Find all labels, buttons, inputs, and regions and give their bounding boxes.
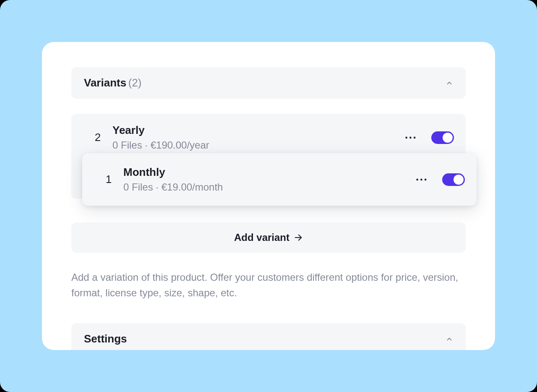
settings-section-header[interactable]: Settings bbox=[71, 323, 466, 350]
variant-row-yearly[interactable]: 2 Yearly 0 Files · €190.00/year ··· bbox=[71, 114, 466, 152]
variant-order-num: 2 bbox=[83, 131, 112, 144]
section-title: Variants (2) bbox=[84, 76, 141, 89]
add-variant-button[interactable]: Add variant bbox=[71, 222, 466, 253]
variants-section-header[interactable]: Variants (2) bbox=[71, 67, 466, 99]
variant-row-monthly-dragging[interactable]: 1 Monthly 0 Files · €19.00/month ··· bbox=[82, 153, 477, 206]
variants-title: Variants bbox=[84, 76, 126, 89]
variants-card: Variants (2) 2 Yearly 0 Files · €190.00/… bbox=[42, 42, 495, 350]
toggle-knob bbox=[454, 175, 464, 185]
variants-count: (2) bbox=[128, 76, 142, 89]
variant-meta: 0 Files · €190.00/year bbox=[112, 139, 403, 151]
variants-list: 2 Yearly 0 Files · €190.00/year ··· bbox=[71, 114, 466, 199]
variant-name: Yearly bbox=[112, 124, 403, 137]
variant-toggle[interactable] bbox=[442, 173, 465, 186]
chevron-up-icon[interactable] bbox=[446, 335, 453, 343]
more-icon[interactable]: ··· bbox=[403, 132, 419, 144]
toggle-knob bbox=[443, 133, 453, 143]
arrow-right-icon bbox=[294, 233, 303, 242]
chevron-up-icon[interactable] bbox=[446, 79, 453, 87]
variant-order-num: 1 bbox=[94, 173, 123, 186]
variant-toggle[interactable] bbox=[431, 131, 454, 144]
settings-title: Settings bbox=[84, 332, 127, 345]
more-icon[interactable]: ··· bbox=[414, 174, 430, 186]
helper-text: Add a variation of this product. Offer y… bbox=[71, 269, 466, 301]
variant-meta: 0 Files · €19.00/month bbox=[123, 181, 414, 193]
add-variant-label: Add variant bbox=[234, 232, 289, 243]
variant-name: Monthly bbox=[123, 166, 414, 179]
